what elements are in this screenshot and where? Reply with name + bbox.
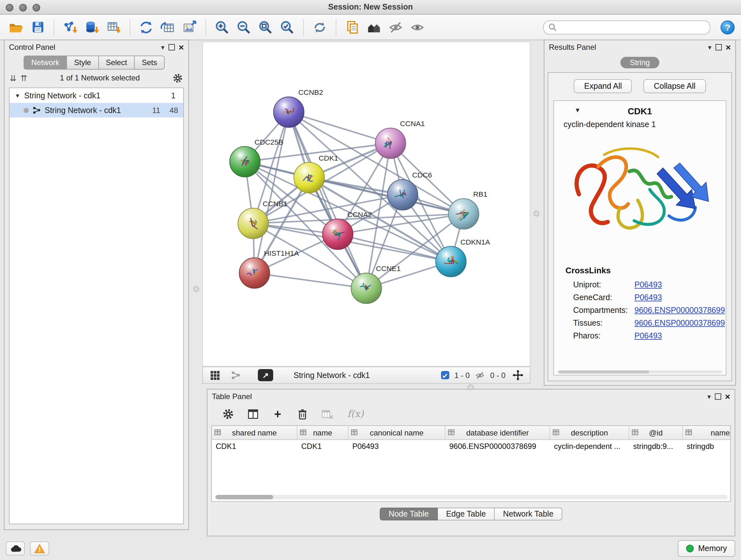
scrollbar-thumb[interactable]	[216, 495, 273, 499]
network-node-HIST1H1A[interactable]: HIST1H1A	[239, 249, 299, 288]
table-cell[interactable]: 9606.ENSP00000378699	[446, 440, 550, 453]
column-header-label: name	[313, 428, 332, 437]
column-header-shared-name[interactable]: shared name	[212, 426, 297, 439]
table-cell[interactable]: P06493	[348, 440, 446, 453]
crosslink-genecard-link[interactable]: P06493	[634, 293, 662, 302]
tab-network[interactable]: Network	[23, 56, 67, 70]
expand-all-icon[interactable]: ⇈	[20, 74, 27, 82]
hide-graphics-button[interactable]	[386, 17, 405, 37]
network-node-CDKN1A[interactable]: CDKN1A	[435, 238, 490, 277]
collapse-all-button[interactable]: Collapse All	[644, 79, 706, 93]
warnings-button[interactable]	[30, 541, 49, 555]
neighbors-button[interactable]	[364, 17, 384, 37]
network-edge[interactable]	[254, 273, 366, 288]
table-settings-button[interactable]	[220, 407, 235, 421]
column-type-icon	[351, 429, 357, 435]
zoom-out-button[interactable]	[234, 17, 253, 37]
table-cell[interactable]: stringdb:9...	[629, 440, 683, 453]
collapse-all-icon[interactable]: ⇊	[10, 74, 17, 82]
table-row[interactable]: CDK1 CDK1 P06493 9606.ENSP00000378699 cy…	[212, 440, 730, 453]
import-table-button[interactable]	[104, 17, 123, 37]
results-horizontal-scrollbar[interactable]	[557, 370, 723, 374]
panel-menu-icon[interactable]: ▾	[708, 44, 712, 51]
create-column-button[interactable]: +	[270, 407, 285, 421]
panel-menu-icon[interactable]: ▾	[161, 44, 165, 51]
delete-column-button[interactable]	[295, 407, 310, 421]
float-panel-icon[interactable]	[716, 44, 722, 51]
network-node-CCNB2[interactable]: CCNB2	[273, 88, 323, 127]
splitter-handle[interactable]	[193, 286, 199, 292]
tab-sets[interactable]: Sets	[135, 56, 165, 70]
float-panel-icon[interactable]	[715, 393, 721, 400]
column-header-name[interactable]: name	[297, 426, 348, 439]
export-image-button[interactable]	[180, 17, 199, 37]
network-edge[interactable]	[289, 112, 464, 214]
fit-content-button[interactable]	[511, 369, 525, 381]
delete-table-button[interactable]	[320, 407, 335, 421]
import-network-database-button[interactable]	[82, 17, 102, 37]
grid-view-button[interactable]	[208, 369, 222, 381]
apply-layout-button[interactable]	[310, 17, 329, 37]
network-canvas[interactable]: CCNB2CCNA1CDC25BCDK1CDC6RB1CCNB1CCNA2CDK…	[202, 42, 530, 367]
zoom-in-button[interactable]	[212, 17, 232, 37]
table-cell[interactable]: stringdb	[683, 440, 731, 453]
copy-document-button[interactable]	[343, 17, 362, 37]
tab-network-table[interactable]: Network Table	[495, 508, 562, 520]
column-header-namespace[interactable]: namespace	[683, 426, 731, 439]
search-input[interactable]	[560, 22, 705, 32]
collection-row[interactable]: ▼ String Network - cdk1 1	[10, 88, 183, 103]
tab-edge-table[interactable]: Edge Table	[438, 508, 495, 520]
network-node-CCNB1[interactable]: CCNB1	[238, 199, 287, 239]
new-network-button[interactable]	[137, 17, 156, 37]
tab-string[interactable]: String	[620, 57, 660, 68]
tab-node-table[interactable]: Node Table	[380, 508, 438, 520]
crosslink-uniprot-link[interactable]: P06493	[634, 280, 662, 289]
panel-menu-icon[interactable]: ▾	[708, 393, 711, 400]
zoom-fit-button[interactable]	[256, 17, 275, 37]
float-panel-icon[interactable]	[169, 44, 175, 51]
open-session-button[interactable]	[6, 17, 25, 37]
function-builder-button[interactable]: f(x)	[345, 407, 366, 421]
table-cell[interactable]: cyclin-dependent ...	[550, 440, 629, 453]
cloud-button[interactable]	[6, 541, 25, 555]
crosslink-tissues-link[interactable]: 9606.ENSP00000378699	[634, 319, 725, 327]
column-header-description[interactable]: description	[550, 426, 629, 439]
show-graphics-button[interactable]	[408, 17, 427, 37]
gear-icon[interactable]	[172, 72, 183, 83]
splitter-handle[interactable]	[534, 211, 539, 216]
birdseye-view-button[interactable]	[228, 369, 243, 381]
expand-all-button[interactable]: Expand All	[574, 79, 632, 93]
new-table-button[interactable]	[158, 17, 178, 37]
crosslink-pharos-link[interactable]: P06493	[634, 331, 662, 340]
close-panel-icon[interactable]: ×	[725, 392, 730, 401]
table-cell[interactable]: CDK1	[212, 440, 297, 453]
column-header-id[interactable]: @id	[629, 426, 683, 439]
table-horizontal-scrollbar[interactable]	[214, 495, 728, 499]
network-edge[interactable]	[289, 112, 391, 143]
node-label: HIST1H1A	[264, 249, 299, 257]
save-session-button[interactable]	[28, 17, 47, 37]
crosslink-row: Pharos: P06493	[554, 329, 726, 342]
column-header-database-identifier[interactable]: database identifier	[446, 426, 550, 439]
splitter-handle[interactable]	[468, 384, 474, 390]
tab-style[interactable]: Style	[67, 56, 98, 70]
collection-collapse-icon[interactable]: ▼	[15, 92, 20, 99]
network-node-RB1[interactable]: RB1	[448, 190, 487, 229]
open-in-window-button[interactable]: ↗	[258, 369, 273, 381]
zoom-selected-button[interactable]	[278, 17, 297, 37]
memory-button[interactable]: Memory	[678, 540, 735, 557]
crosslink-compartments-link[interactable]: 9606.ENSP00000378699	[634, 306, 725, 315]
select-columns-button[interactable]	[245, 407, 260, 421]
network-edge[interactable]	[289, 112, 366, 288]
column-header-canonical-name[interactable]: canonical name	[348, 426, 446, 439]
help-button[interactable]: ?	[721, 20, 735, 34]
network-node-CCNA1[interactable]: CCNA1	[375, 119, 425, 159]
gene-collapse-icon[interactable]: ▼	[575, 107, 581, 114]
import-network-file-button[interactable]	[61, 17, 80, 37]
tab-select[interactable]: Select	[98, 56, 135, 70]
network-row[interactable]: String Network - cdk1 11 48	[10, 103, 183, 118]
network-node-CDK1[interactable]: CDK1	[294, 154, 338, 193]
close-panel-icon[interactable]: ×	[179, 43, 184, 52]
table-cell[interactable]: CDK1	[297, 440, 348, 453]
close-panel-icon[interactable]: ×	[726, 43, 731, 52]
